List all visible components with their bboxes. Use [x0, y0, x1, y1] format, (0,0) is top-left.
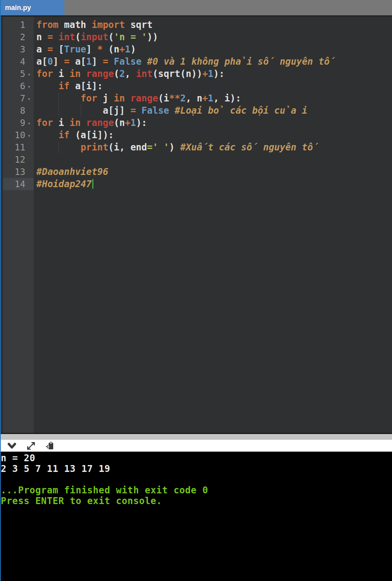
code-token: sqrt — [125, 20, 152, 30]
gutter-row: 4 — [3, 55, 34, 68]
line-number: 14 — [3, 178, 25, 190]
code-token: #Loại bỏ các bội của i — [175, 105, 307, 116]
code-token: math — [59, 20, 92, 30]
code-token: ( — [114, 69, 119, 79]
code-token: a[i]: — [70, 81, 103, 91]
console-line: ...Program finished with exit code 0 — [1, 485, 392, 496]
gutter-row: 9▾ — [3, 117, 34, 129]
code-token: (n — [103, 44, 119, 55]
code-token: = — [64, 56, 69, 67]
line-number: 5 — [3, 68, 25, 80]
fold-arrow-icon[interactable]: ▾ — [25, 118, 33, 130]
line-number: 1 — [3, 19, 25, 31]
code-token: ) — [169, 142, 180, 153]
expand-icon[interactable] — [26, 441, 36, 450]
code-token: a[ — [36, 56, 47, 67]
indent-guide — [81, 104, 103, 117]
code-token: import — [92, 20, 125, 30]
fold-arrow-icon[interactable]: ▾ — [25, 93, 33, 105]
code-line[interactable]: a[j] = False #Loại bỏ các bội của i — [36, 104, 392, 117]
code-token: for — [36, 118, 53, 128]
fold-arrow-icon[interactable]: ▾ — [25, 81, 33, 93]
code-line[interactable]: for i in range(n+1): — [36, 117, 392, 129]
code-token: if — [59, 130, 70, 140]
code-line[interactable]: if a[i]: — [36, 80, 392, 92]
console-resize-handle[interactable] — [0, 434, 392, 440]
gutter-row: 2 — [3, 31, 34, 43]
ide-window: main.py 12345▾6▾7▾89▾10▾11121314 from ma… — [0, 0, 392, 581]
line-number: 10 — [3, 129, 25, 141]
code-token: a — [36, 44, 47, 55]
code-token: if — [59, 81, 70, 91]
code-column[interactable]: from math import sqrtn = int(input('n = … — [34, 17, 392, 433]
fold-arrow-icon[interactable]: ▾ — [25, 130, 33, 142]
left-edge-divider — [0, 0, 1, 581]
code-token: 1 — [208, 69, 213, 79]
code-token: (n — [114, 118, 125, 128]
console-output[interactable]: n = 202 3 5 7 11 13 17 19 ...Program fin… — [0, 452, 392, 581]
code-token: #Hoidap247 — [36, 179, 92, 189]
line-number: 7 — [3, 92, 25, 104]
line-number: 12 — [3, 153, 25, 166]
code-token: (a[i]): — [70, 130, 114, 140]
code-token: #Daoanhviet96 — [36, 166, 108, 177]
gutter-row: 7▾ — [3, 92, 34, 104]
code-token: print — [81, 142, 108, 153]
console-line: Press ENTER to exit console. — [1, 496, 392, 506]
code-line[interactable]: if (a[i]): — [36, 129, 392, 141]
code-line[interactable]: for i in range(2, int(sqrt(n))+1): — [36, 68, 392, 80]
code-token — [136, 105, 141, 116]
line-number: 13 — [3, 166, 25, 178]
code-token: i — [53, 118, 69, 128]
code-token: 2 — [119, 69, 125, 79]
line-number: 3 — [3, 43, 25, 55]
code-token: 1 — [125, 44, 130, 55]
console-toolbar — [0, 440, 392, 452]
gutter-row: 13 — [3, 166, 34, 178]
code-token: , n — [186, 93, 202, 104]
code-token: for — [81, 93, 97, 104]
code-token: range — [86, 118, 114, 128]
code-token: , — [125, 69, 136, 79]
chevron-down-icon[interactable] — [7, 441, 17, 450]
code-line[interactable]: print(i, end=' ') #Xuất các số nguyên tố — [36, 141, 392, 153]
code-token: a[j] — [103, 105, 130, 116]
tab-main-py[interactable]: main.py — [0, 0, 64, 15]
gutter-row: 5▾ — [3, 68, 34, 80]
line-number: 8 — [3, 104, 25, 117]
code-token: int — [59, 32, 75, 42]
fold-arrow-icon[interactable]: ▾ — [25, 69, 33, 81]
code-line[interactable]: for j in range(i**2, n+1, i): — [36, 92, 392, 104]
code-token: * — [97, 44, 103, 55]
code-line[interactable]: a[0] = a[1] = False #0 và 1 không phải s… — [36, 55, 392, 68]
code-editor[interactable]: 12345▾6▾7▾89▾10▾11121314 from math impor… — [0, 17, 392, 433]
code-line[interactable]: n = int(input('n = ')) — [36, 31, 392, 43]
code-token: for — [36, 69, 53, 79]
code-token: = — [103, 56, 108, 67]
line-number: 9 — [3, 117, 25, 129]
code-token: 1 — [86, 56, 91, 67]
code-line[interactable]: a = [True] * (n+1) — [36, 43, 392, 55]
code-token: False — [114, 56, 141, 67]
code-token: (sqrt(n)) — [153, 69, 203, 79]
code-token: ] — [53, 56, 64, 67]
indent-guide — [36, 92, 59, 104]
code-line[interactable]: from math import sqrt — [36, 19, 392, 31]
code-token: ** — [169, 93, 180, 104]
code-line[interactable]: #Daoanhviet96 — [36, 166, 392, 178]
code-line[interactable]: #Hoidap247 — [36, 178, 392, 190]
code-token: n — [36, 32, 47, 42]
indent-guide — [36, 80, 59, 92]
indent-guide — [36, 141, 59, 153]
code-token: j — [97, 93, 114, 104]
line-number: 4 — [3, 55, 25, 68]
console-line: 2 3 5 7 11 13 17 19 — [1, 463, 392, 474]
code-token: 1 — [131, 118, 136, 128]
gutter-row: 10▾ — [3, 129, 34, 141]
code-line[interactable] — [36, 153, 392, 166]
clipboard-paste-icon[interactable] — [45, 441, 55, 450]
code-token: 2 — [180, 93, 186, 104]
code-token: ] — [92, 56, 103, 67]
code-token: in — [70, 69, 81, 79]
indent-guide — [59, 92, 81, 104]
